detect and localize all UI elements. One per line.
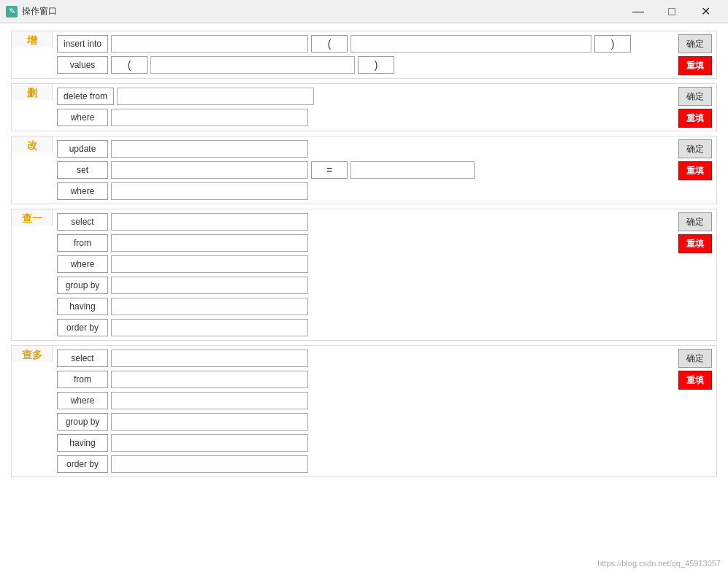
delete-section: 删 delete from where 确定 重填 (11, 83, 717, 131)
select-one-from-kw: from (57, 234, 108, 252)
delete-actions: 确定 重填 (674, 84, 716, 131)
select-one-select-kw: select (57, 213, 108, 231)
update-table-input[interactable] (111, 140, 308, 158)
insert-table-input[interactable] (111, 35, 308, 53)
delete-label: 删 (12, 84, 53, 100)
app-icon: ✎ (6, 6, 18, 18)
select-many-body: select from where group by having order … (53, 346, 674, 476)
delete-body: delete from where (53, 84, 674, 131)
select-many-group-kw: group by (57, 413, 108, 431)
select-one-actions: 确定 重填 (674, 209, 716, 340)
update-eq-sign: = (311, 161, 348, 179)
delete-confirm-button[interactable]: 确定 (678, 87, 712, 106)
update-row1: update (57, 139, 670, 158)
select-many-from-input[interactable] (111, 371, 308, 388)
select-one-select-input[interactable] (111, 213, 308, 231)
main-content: 增 insert into ( ) values ( ) 确定 重填 删 (0, 23, 728, 575)
select-many-from-kw: from (57, 371, 108, 388)
select-one-order-kw: order by (57, 319, 108, 336)
select-one-label: 查一 (12, 209, 53, 225)
select-many-label: 查多 (12, 346, 53, 362)
delete-row2: where (57, 108, 670, 127)
select-many-row5: having (57, 433, 670, 452)
select-many-group-input[interactable] (111, 413, 308, 431)
select-many-section: 查多 select from where group by having (11, 345, 717, 477)
insert-confirm-button[interactable]: 确定 (678, 34, 712, 53)
select-one-order-input[interactable] (111, 319, 308, 336)
insert-into-kw: insert into (57, 35, 108, 53)
select-one-group-input[interactable] (111, 277, 308, 294)
update-set-col-input[interactable] (111, 161, 308, 179)
insert-actions: 确定 重填 (674, 31, 716, 78)
select-one-confirm-button[interactable]: 确定 (678, 212, 712, 231)
select-many-row1: select (57, 349, 670, 368)
delete-from-kw: delete from (57, 88, 114, 105)
select-many-order-kw: order by (57, 455, 108, 473)
insert-columns-input[interactable] (350, 35, 591, 53)
minimize-button[interactable]: — (621, 0, 655, 23)
update-where-kw: where (57, 182, 108, 200)
select-one-row6: order by (57, 318, 670, 337)
select-one-from-input[interactable] (111, 234, 308, 252)
select-one-row5: having (57, 297, 670, 316)
select-one-row4: group by (57, 276, 670, 295)
window-title: 操作窗口 (22, 5, 621, 18)
update-where-input[interactable] (111, 182, 308, 200)
insert-paren-close: ) (594, 35, 631, 53)
close-button[interactable]: ✕ (689, 0, 722, 23)
select-many-confirm-button[interactable]: 确定 (678, 349, 712, 368)
window-controls: — □ ✕ (621, 0, 722, 23)
update-row3: where (57, 182, 670, 201)
update-kw: update (57, 140, 108, 158)
select-one-row3: where (57, 255, 670, 274)
select-one-reset-button[interactable]: 重填 (678, 234, 712, 253)
select-many-having-input[interactable] (111, 434, 308, 452)
watermark: https://blog.csdn.net/qq_45913057 (597, 559, 721, 568)
select-many-having-kw: having (57, 434, 108, 452)
delete-reset-button[interactable]: 重填 (678, 109, 712, 128)
update-section: 改 update set = where 确定 重填 (11, 136, 717, 204)
select-many-actions: 确定 重填 (674, 346, 716, 476)
select-one-group-kw: group by (57, 277, 108, 294)
select-many-where-kw: where (57, 392, 108, 409)
select-one-body: select from where group by having order … (53, 209, 674, 340)
delete-row1: delete from (57, 87, 670, 106)
select-one-row1: select (57, 212, 670, 231)
update-row2: set = (57, 161, 670, 180)
update-set-val-input[interactable] (350, 161, 475, 179)
select-many-row3: where (57, 391, 670, 410)
insert-values-paren-close: ) (358, 56, 394, 74)
insert-label: 增 (12, 31, 53, 47)
insert-reset-button[interactable]: 重填 (678, 56, 712, 75)
insert-paren-open: ( (311, 35, 348, 53)
select-many-order-input[interactable] (111, 455, 308, 473)
select-one-where-kw: where (57, 255, 108, 273)
select-many-where-input[interactable] (111, 392, 308, 409)
update-set-kw: set (57, 161, 108, 179)
select-many-row4: group by (57, 412, 670, 431)
update-actions: 确定 重填 (674, 136, 716, 204)
update-reset-button[interactable]: 重填 (678, 161, 712, 180)
insert-values-paren-open: ( (111, 56, 147, 74)
delete-where-input[interactable] (111, 109, 308, 126)
insert-section: 增 insert into ( ) values ( ) 确定 重填 (11, 31, 717, 79)
delete-where-kw: where (57, 109, 108, 126)
delete-table-input[interactable] (117, 88, 314, 105)
insert-row2: values ( ) (57, 55, 670, 74)
update-body: update set = where (53, 136, 674, 204)
select-one-having-kw: having (57, 298, 108, 315)
update-label: 改 (12, 136, 53, 153)
select-many-row2: from (57, 370, 670, 389)
title-bar: ✎ 操作窗口 — □ ✕ (0, 0, 728, 23)
maximize-button[interactable]: □ (655, 0, 689, 23)
select-many-reset-button[interactable]: 重填 (678, 371, 712, 390)
select-one-having-input[interactable] (111, 298, 308, 315)
insert-row1: insert into ( ) (57, 34, 670, 53)
select-many-select-input[interactable] (111, 350, 308, 367)
select-many-select-kw: select (57, 350, 108, 367)
select-one-where-input[interactable] (111, 255, 308, 273)
update-confirm-button[interactable]: 确定 (678, 139, 712, 158)
insert-values-kw: values (57, 56, 108, 74)
insert-values-input[interactable] (150, 56, 355, 74)
select-one-section: 查一 select from where group by having (11, 209, 717, 341)
